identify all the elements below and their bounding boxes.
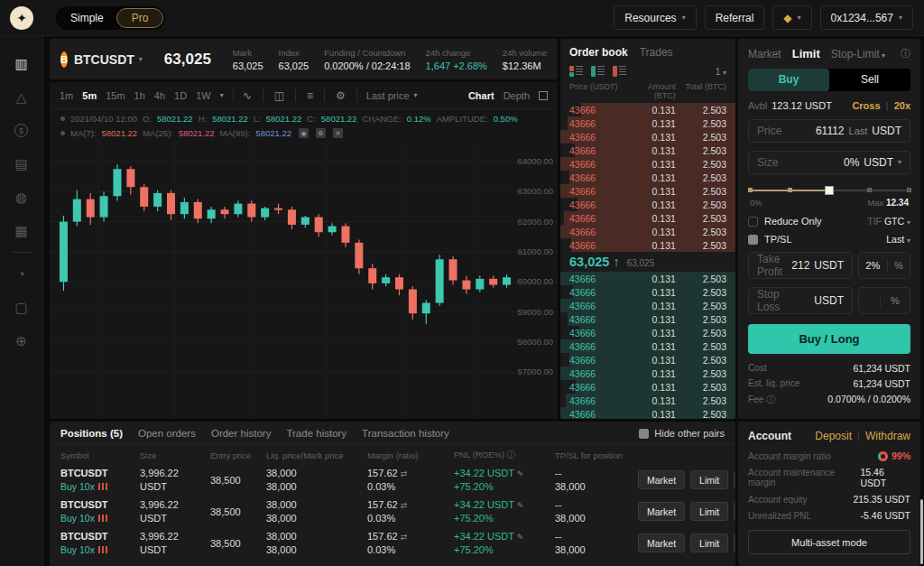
close-icon[interactable]: ✕ [333,128,343,138]
sidebar-item-portfolio[interactable]: ▤ [0,147,43,181]
interval-4h[interactable]: 4h [154,90,165,101]
interval-1W[interactable]: 1W [196,90,211,101]
row-button-tp-sl[interactable]: TP/SL [734,534,735,552]
hide-other-pairs-checkbox[interactable] [639,429,649,439]
mode-simple-button[interactable]: Simple [58,8,116,28]
row-button-market[interactable]: Market [638,534,685,552]
ask-row[interactable]: 436660.1312.503 [560,184,735,198]
order-type-tab-stop-limit[interactable]: Stop-Limit ▾ [831,48,885,60]
ask-row[interactable]: 436660.1312.503 [560,238,735,252]
chevron-down-icon[interactable]: ▾ [898,158,901,166]
interval-1h[interactable]: 1h [134,90,145,101]
positions-tab[interactable]: Transaction history [362,428,449,439]
row-button-tp-sl[interactable]: TP/SL [734,502,735,521]
sidebar-item-rewards[interactable]: ◔ [0,257,43,291]
bid-row[interactable]: 436660.1312.503 [560,299,735,312]
referral-button[interactable]: Referral [705,5,765,30]
ask-row[interactable]: 436660.1312.503 [560,225,735,238]
indicators-icon[interactable]: ≡ [307,89,313,102]
margin-mode-button[interactable]: Cross [852,100,880,111]
resources-menu[interactable]: Resources ▾ [614,5,696,30]
slider-dot[interactable] [907,188,911,192]
sidebar-item-network[interactable]: ◍ [0,181,43,214]
wallet-address-menu[interactable]: 0x1234...567 ▾ [820,5,913,30]
row-button-limit[interactable]: Limit [690,534,728,552]
stop-loss-field[interactable]: Stop Loss USDT [748,287,853,314]
take-profit-field[interactable]: Take Profit 212 USDT [748,252,853,279]
book-view-both-icon[interactable] [569,66,583,77]
reduce-only-checkbox[interactable] [748,217,758,227]
tif-selector[interactable]: TIF GTC ▾ [867,216,910,227]
ask-row[interactable]: 436660.1312.503 [560,171,735,184]
share-icon[interactable]: ✎ [517,501,524,510]
mode-pro-button[interactable]: Pro [116,8,164,28]
bid-row[interactable]: 436660.1312.503 [560,285,735,299]
hide-other-pairs[interactable]: Hide other pairs [639,428,725,439]
order-book-tab-order-book[interactable]: Order book [569,46,628,59]
edit-icon[interactable]: ⇄ [401,501,408,510]
bid-row[interactable]: 436660.1312.503 [560,339,735,353]
chart-style-icon[interactable]: ∿ [243,89,252,102]
sidebar-item-auction[interactable]: △ [0,80,43,114]
book-view-asks-icon[interactable] [613,66,626,77]
sidebar-item-docs[interactable]: ▢ [0,291,43,324]
ask-row[interactable]: 436660.1312.503 [560,130,735,144]
ask-row[interactable]: 436660.1312.503 [560,211,735,225]
interval-5m[interactable]: 5m [82,90,97,101]
bid-row[interactable]: 436660.1312.503 [560,367,735,380]
symbol-selector[interactable]: BTCUSDT [74,52,134,67]
size-field[interactable]: Size 0% USDT ▾ [748,151,910,174]
order-book-tab-trades[interactable]: Trades [640,46,673,59]
sell-tab[interactable]: Sell [829,69,910,91]
positions-tab[interactable]: Open orders [138,428,196,439]
row-button-limit[interactable]: Limit [690,502,728,521]
price-last-button[interactable]: Last [849,125,868,136]
sidebar-item-explorer[interactable]: ⊕ [0,324,43,357]
leverage-button[interactable]: 20x [894,100,910,111]
eye-icon[interactable]: ◉ [299,128,309,138]
precision-selector[interactable]: 1 ▾ [716,67,726,77]
sidebar-item-reports[interactable]: ▦ [0,214,43,247]
slider-dot[interactable] [788,188,792,192]
price-field[interactable]: Price 61112 Last USDT [748,119,910,143]
ask-row[interactable]: 436660.1312.503 [560,198,735,211]
row-button-tp-sl[interactable]: TP/SL [734,470,735,489]
depth-view-tab[interactable]: Depth [504,90,530,101]
ask-row[interactable]: 436660.1312.503 [560,144,735,157]
row-button-market[interactable]: Market [638,470,685,489]
price-type-selector[interactable]: Last price ▾ [366,90,418,101]
settings-icon[interactable]: ⚙ [316,128,326,138]
chart-settings-icon[interactable]: ⚙ [336,89,346,102]
buy-long-button[interactable]: Buy / Long [748,324,910,354]
multi-asset-mode-button[interactable]: Multi-asset mode [748,530,910,554]
chevron-down-icon[interactable]: ▾ [139,55,143,63]
bid-row[interactable]: 436660.1312.503 [560,312,735,326]
info-icon[interactable]: ⓘ [901,47,910,60]
bid-row[interactable]: 436660.1312.503 [560,326,735,339]
positions-tab[interactable]: Trade history [286,428,346,439]
take-profit-percent[interactable]: 2%% [858,252,910,279]
share-icon[interactable]: ✎ [517,469,524,478]
bid-row[interactable]: 436660.1312.503 [560,353,735,367]
edit-icon[interactable]: ⇄ [401,533,408,542]
row-button-limit[interactable]: Limit [690,470,728,489]
edit-icon[interactable]: ⇄ [401,469,408,478]
row-button-market[interactable]: Market [638,502,685,521]
size-slider[interactable] [750,184,909,195]
positions-tab[interactable]: Positions (5) [60,428,123,439]
trigger-price-selector[interactable]: Last ▾ [886,234,910,245]
share-icon[interactable]: ✎ [517,533,524,542]
sidebar-item-earn[interactable]: $ [0,114,43,147]
interval-15m[interactable]: 15m [106,90,125,101]
more-intervals-caret[interactable]: ▾ [220,91,224,99]
withdraw-link[interactable]: Withdraw [865,430,910,442]
scrollbar[interactable] [920,499,923,564]
bid-row[interactable]: 436660.1312.503 [560,272,735,285]
token-menu[interactable]: ◆ ▾ [772,5,811,30]
bid-row[interactable]: 436660.1312.503 [560,407,735,419]
buy-tab[interactable]: Buy [748,69,829,91]
stop-loss-percent[interactable]: % [858,287,910,314]
chart-view-tab[interactable]: Chart [468,90,494,101]
candle-type-icon[interactable]: ◫ [274,89,284,102]
interval-1m[interactable]: 1m [60,90,73,101]
